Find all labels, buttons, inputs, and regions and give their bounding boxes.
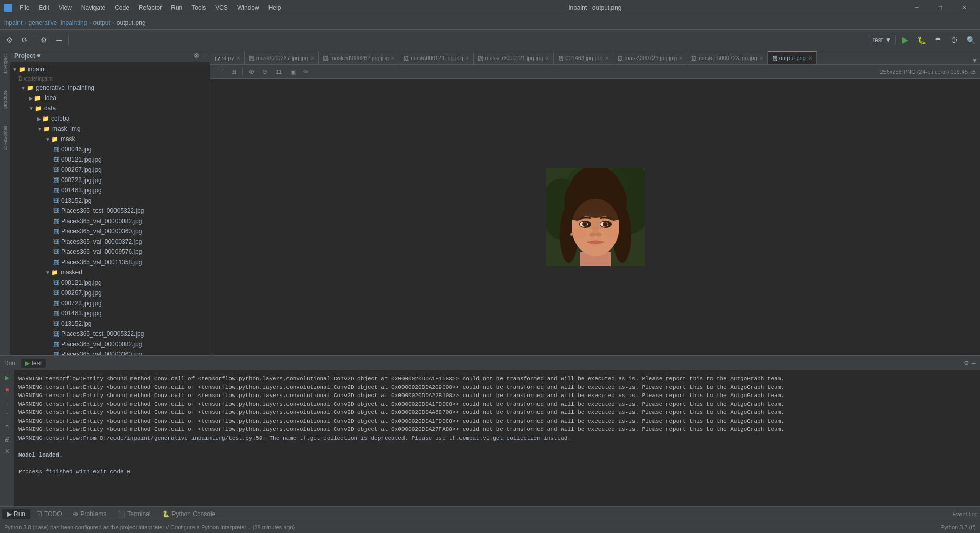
run-scroll-end-button[interactable]: ↓ — [2, 397, 12, 407]
python-version[interactable]: Python 3.7 (tf) — [940, 524, 976, 530]
tab-output-png[interactable]: 🖼 output.png ✕ — [768, 51, 817, 64]
menu-help[interactable]: Help — [264, 3, 285, 12]
tab-close-icon[interactable]: ✕ — [545, 55, 549, 61]
minimize-button[interactable]: ─ — [905, 0, 929, 15]
coverage-button[interactable]: ☂ — [931, 33, 945, 47]
list-item[interactable]: 🖼Places365_val_00011358.jpg — [10, 257, 210, 267]
tab-masked000267[interactable]: 🖼 masked\000267.jpg.jpg ✕ — [319, 51, 399, 64]
list-item[interactable]: 🖼Places365_test_00005322.jpg — [10, 206, 210, 216]
tree-item-generative[interactable]: ▼ 📁 generative_inpainting — [10, 83, 210, 93]
project-icon-hide[interactable]: ─ — [201, 52, 206, 60]
list-item[interactable]: 🖼000723.jpg.jpg — [10, 175, 210, 185]
list-item[interactable]: 🖼013152.jpg — [10, 195, 210, 206]
tab-close-icon[interactable]: ✕ — [310, 55, 314, 61]
menu-tools[interactable]: Tools — [187, 3, 210, 12]
menu-edit[interactable]: Edit — [34, 3, 53, 12]
tab-mask000121[interactable]: 🖼 mask\000121.jpg.jpg ✕ — [399, 51, 474, 64]
project-icon-gear[interactable]: ⚙ — [194, 52, 199, 60]
tree-item-masked[interactable]: ▼ 📁 masked — [10, 267, 210, 278]
close-button[interactable]: ✕ — [952, 0, 976, 15]
statusbar-message[interactable]: Python 3.8 (base) has been configured as… — [4, 524, 295, 530]
menu-navigate[interactable]: Navigate — [77, 3, 109, 12]
list-item[interactable]: 🖼000121.jpg.jpg — [10, 278, 210, 288]
run-settings-button[interactable]: ≡ — [2, 422, 12, 432]
tree-item-inpaint[interactable]: ▼ 📁 inpaint — [10, 64, 210, 74]
list-item[interactable]: 🖼000046.jpg — [10, 144, 210, 154]
actual-size-button[interactable]: ▣ — [287, 66, 298, 77]
list-item[interactable]: 🖼Places365_val_00000082.jpg — [10, 339, 210, 349]
edit-button[interactable]: ✏ — [300, 66, 312, 77]
list-item[interactable]: 🖼Places365_val_00009576.jpg — [10, 247, 210, 257]
tab-close-icon[interactable]: ✕ — [679, 55, 683, 61]
bottom-tab-todo[interactable]: ☑ TODO — [31, 509, 67, 519]
sidebar-favorites-label[interactable]: 2: Favorites — [3, 124, 8, 152]
run-close-button[interactable]: ✕ — [2, 446, 12, 457]
list-item[interactable]: 🖼Places365_val_00000082.jpg — [10, 216, 210, 226]
sidebar-structure-label[interactable]: Structure — [3, 88, 8, 111]
tab-mask000723[interactable]: 🖼 mask\000723.jpg.jpg ✕ — [613, 51, 688, 64]
zoom-out-button[interactable]: ⊖ — [259, 66, 271, 77]
list-item[interactable]: 🖼000121.jpg.jpg — [10, 154, 210, 165]
tabs-more-icon[interactable]: ▼ — [972, 57, 978, 64]
run-tab-active[interactable]: ▶ test — [21, 359, 46, 368]
tab-mask000267[interactable]: 🖼 mask\000267.jpg.jpg ✕ — [245, 51, 319, 64]
list-item[interactable]: 🖼Places365_val_00000372.jpg — [10, 236, 210, 247]
list-item[interactable]: 🖼001463.jpg.jpg — [10, 185, 210, 195]
toolbar-sync[interactable]: ⟳ — [17, 33, 32, 47]
run-panel-hide-icon[interactable]: ─ — [971, 360, 976, 367]
profile-button[interactable]: ⏱ — [947, 33, 962, 47]
tab-close-icon[interactable]: ✕ — [808, 55, 812, 61]
breadcrumb-inpaint[interactable]: inpaint — [4, 19, 22, 26]
run-config-selector[interactable]: test ▼ — [869, 35, 896, 45]
expand-view-button[interactable]: ⛶ — [215, 66, 226, 77]
bottom-tab-run[interactable]: ▶ Run — [2, 509, 30, 519]
event-log-button[interactable]: Event Log — [952, 511, 978, 517]
breadcrumb-generative[interactable]: generative_inpainting — [28, 19, 87, 26]
run-panel-settings-icon[interactable]: ⚙ — [964, 360, 969, 367]
tab-masked000723[interactable]: 🖼 masked\000723.jpg.jpg ✕ — [687, 51, 768, 64]
tree-item-data[interactable]: ▼ 📁 data — [10, 103, 210, 113]
tab-close-icon[interactable]: ✕ — [605, 55, 609, 61]
menu-run[interactable]: Run — [167, 3, 186, 12]
menu-code[interactable]: Code — [110, 3, 133, 12]
tree-item-idea[interactable]: ▶ 📁 .idea — [10, 93, 210, 103]
zoom-in-button[interactable]: ⊕ — [246, 66, 257, 77]
menu-refactor[interactable]: Refactor — [134, 3, 166, 12]
toolbar-settings[interactable]: ⚙ — [2, 33, 16, 47]
tab-close-icon[interactable]: ✕ — [391, 55, 395, 61]
list-item[interactable]: 🖼001463.jpg.jpg — [10, 308, 210, 319]
tab-close-icon[interactable]: ✕ — [236, 55, 240, 61]
list-item[interactable]: 🖼000267.jpg.jpg — [10, 165, 210, 175]
bottom-tab-python-console[interactable]: 🐍 Python Console — [157, 509, 221, 519]
menu-file[interactable]: File — [15, 3, 33, 12]
toolbar-settings2[interactable]: ⚙ — [36, 33, 51, 47]
list-item[interactable]: 🖼000267.jpg.jpg — [10, 288, 210, 298]
debug-button[interactable]: 🐛 — [914, 33, 929, 47]
run-print-button[interactable]: 🖨 — [2, 434, 12, 444]
run-scroll-start-button[interactable]: ↑ — [2, 409, 12, 420]
tree-item-celeba[interactable]: ▶ 📁 celeba — [10, 113, 210, 124]
menu-view[interactable]: View — [54, 3, 76, 12]
bottom-tab-terminal[interactable]: ⬛ Terminal — [112, 509, 156, 519]
list-item[interactable]: 🖼013152.jpg — [10, 319, 210, 329]
tab-001463[interactable]: 🖼 001463.jpg.jpg ✕ — [554, 51, 613, 64]
run-play-button[interactable]: ▶ — [2, 372, 12, 383]
maximize-button[interactable]: □ — [929, 0, 952, 15]
toolbar-minus[interactable]: ─ — [52, 33, 66, 47]
run-output[interactable]: WARNING:tensorflow:Entity <bound method … — [14, 370, 980, 506]
list-item[interactable]: 🖼Places365_test_00005322.jpg — [10, 329, 210, 339]
grid-view-button[interactable]: ⊞ — [228, 66, 239, 77]
tab-test-py[interactable]: py st.py ✕ — [210, 51, 245, 64]
list-item[interactable]: 🖼Places365_val_00000360.jpg — [10, 349, 210, 355]
list-item[interactable]: 🖼Places365_val_00000360.jpg — [10, 226, 210, 236]
tab-close-icon[interactable]: ✕ — [759, 55, 763, 61]
bottom-tab-problems[interactable]: ⊕ Problems — [68, 509, 111, 519]
list-item[interactable]: 🖼000723.jpg.jpg — [10, 298, 210, 308]
tree-item-mask[interactable]: ▼ 📁 mask — [10, 134, 210, 144]
tree-item-maskimg[interactable]: ▼ 📁 mask_img — [10, 124, 210, 134]
tab-masked000121[interactable]: 🖼 masked\000121.jpg.jpg ✕ — [474, 51, 554, 64]
toolbar-search[interactable]: 🔍 — [964, 33, 978, 47]
menu-window[interactable]: Window — [233, 3, 263, 12]
run-button[interactable]: ▶ — [898, 33, 912, 47]
menu-vcs[interactable]: VCS — [211, 3, 232, 12]
